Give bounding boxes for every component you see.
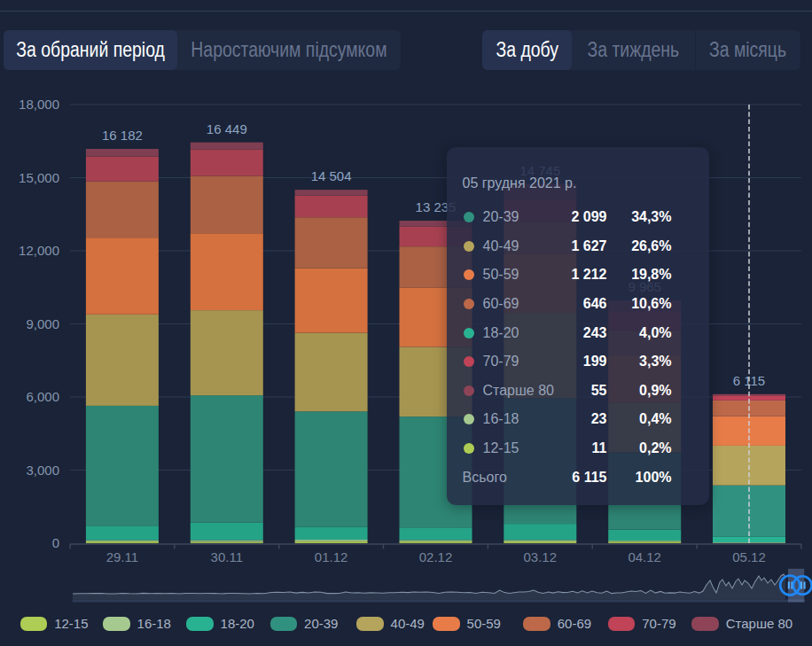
svg-text:18,000: 18,000: [19, 97, 59, 112]
svg-text:03.12: 03.12: [524, 549, 558, 564]
svg-text:04.12: 04.12: [628, 549, 661, 564]
svg-text:29.11: 29.11: [106, 549, 138, 564]
svg-text:05.12: 05.12: [732, 549, 766, 564]
svg-text:3,000: 3,000: [26, 463, 59, 478]
svg-text:12,000: 12,000: [19, 243, 59, 258]
svg-text:30.11: 30.11: [211, 549, 243, 564]
svg-text:0: 0: [52, 535, 59, 550]
svg-text:01.12: 01.12: [315, 549, 348, 564]
svg-text:15,000: 15,000: [19, 170, 59, 185]
svg-text:14 504: 14 504: [311, 168, 352, 183]
svg-text:9,000: 9,000: [26, 316, 59, 331]
svg-text:02.12: 02.12: [419, 549, 453, 564]
svg-text:16 449: 16 449: [207, 121, 247, 136]
svg-text:6,000: 6,000: [26, 389, 59, 404]
svg-text:16 182: 16 182: [102, 128, 143, 143]
